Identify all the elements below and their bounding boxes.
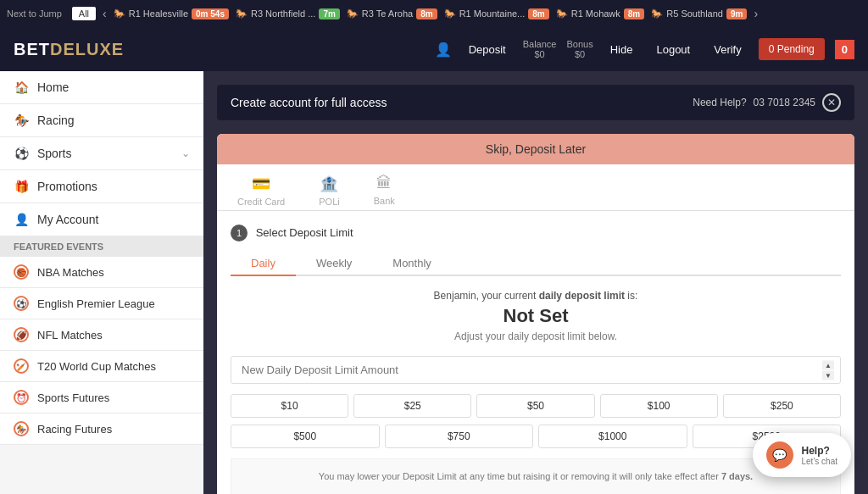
sports-icon: ⚽ [14,146,29,161]
content-area: Create account for full access Need Help… [203,71,868,494]
help-label: Help? [802,445,838,457]
race-item[interactable]: 🐎 R1 Mountaine... 8m [444,8,549,19]
username: Benjamin [434,290,476,302]
quick-amounts-row1: $10 $25 $50 $100 $250 [231,394,841,418]
bank-label: Bank [374,196,395,206]
featured-item-label: T20 World Cup Matches [37,360,156,373]
sports-futures-icon: ⏰ [14,390,29,405]
sidebar-item-racing[interactable]: 🏇 Racing [0,104,203,137]
next-to-jump-label: Next to Jump [7,8,62,19]
need-help-label: Need Help? [693,97,746,108]
amount-25-button[interactable]: $25 [353,394,471,418]
sidebar-item-racing-futures[interactable]: 🏇 Racing Futures [0,414,203,445]
limit-value: Not Set [231,305,841,327]
amount-10-button[interactable]: $10 [231,394,348,418]
help-icon: 💬 [766,441,793,469]
balance-label: Balance $0 [523,39,557,59]
logo: BETDELUXE [14,40,421,59]
amount-stepper: ▲ ▼ [822,360,834,380]
adjust-text: Adjust your daily deposit limit below. [231,330,841,342]
sidebar-item-epl[interactable]: ⚽ English Premier League [0,288,203,319]
help-phone: 03 7018 2345 [754,97,815,108]
race-item[interactable]: 🐎 R1 Mohawk 8m [556,8,645,19]
banner-help: Need Help? 03 7018 2345 ✕ [693,93,841,112]
hide-button[interactable]: Hide [604,40,640,59]
chevron-down-icon: ⌄ [181,147,190,159]
sidebar: 🏠 Home 🏇 Racing ⚽ Sports ⌄ 🎁 Promotions … [0,71,203,494]
races-next-arrow[interactable]: › [754,7,758,20]
race-item[interactable]: 🐎 R3 Northfield ... 7m [236,8,340,19]
help-text-container: Help? Let's chat [802,445,838,466]
banner-text: Create account for full access [231,96,387,109]
help-sub-label: Let's chat [802,457,838,466]
sidebar-item-sports[interactable]: ⚽ Sports ⌄ [0,137,203,170]
pending-button[interactable]: 0 Pending [759,38,825,60]
all-races-button[interactable]: All [72,7,96,20]
t20-icon: 🏏 [14,358,29,374]
deposit-limit-input[interactable] [231,356,841,384]
sidebar-item-sports-futures[interactable]: ⏰ Sports Futures [0,382,203,414]
main-layout: 🏠 Home 🏇 Racing ⚽ Sports ⌄ 🎁 Promotions … [0,71,868,494]
sidebar-item-account[interactable]: 👤 My Account [0,203,203,236]
skip-button[interactable]: Skip, Deposit Later [217,134,854,164]
home-icon: 🏠 [14,80,29,95]
limit-info: Benjamin, your current daily deposit lim… [231,290,841,342]
sidebar-item-label: Sports [37,147,173,160]
racing-futures-icon: 🏇 [14,421,29,436]
featured-events-header: Featured Events [0,236,203,257]
help-bubble[interactable]: 💬 Help? Let's chat [753,433,852,477]
header: BETDELUXE 👤 Deposit Balance $0 Bonus $0 … [0,27,868,71]
sidebar-item-nfl[interactable]: 🏈 NFL Matches [0,319,203,351]
amount-500-button[interactable]: $500 [231,425,380,448]
sidebar-item-label: Home [37,80,190,94]
nba-icon: 🏀 [14,264,29,280]
sidebar-item-home[interactable]: 🏠 Home [0,71,203,104]
bonus-label: Bonus $0 [566,39,593,59]
race-item[interactable]: 🐎 R5 Southland 9m [651,8,747,19]
tab-weekly[interactable]: Weekly [296,252,372,276]
account-icon: 👤 [14,212,29,227]
section1-title: 1 Select Deposit Limit [231,225,841,241]
racing-bar: Next to Jump All ‹ 🐎 R1 Healesville 0m 5… [0,0,868,27]
sidebar-item-promotions[interactable]: 🎁 Promotions [0,170,203,203]
sidebar-item-nba[interactable]: 🏀 NBA Matches [0,257,203,288]
tab-monthly[interactable]: Monthly [372,252,452,276]
race-item[interactable]: 🐎 R1 Healesville 0m 54s [114,8,229,19]
balance-display: Balance $0 [523,39,557,59]
section1-title-text: Select Deposit Limit [256,226,353,239]
races-prev-arrow[interactable]: ‹ [103,7,107,20]
tab-credit-card[interactable]: 💳 Credit Card [231,171,292,210]
bank-icon: 🏛 [376,175,392,192]
amount-50-button[interactable]: $50 [476,394,594,418]
sidebar-item-t20[interactable]: 🏏 T20 World Cup Matches [0,351,203,382]
tab-daily[interactable]: Daily [231,252,296,276]
race-item[interactable]: 🐎 R3 Te Aroha 8m [347,8,437,19]
stepper-down-button[interactable]: ▼ [822,370,834,380]
verify-button[interactable]: Verify [707,40,748,59]
amount-1000-button[interactable]: $1000 [538,425,687,448]
amount-250-button[interactable]: $250 [723,394,841,418]
epl-icon: ⚽ [14,296,29,311]
section1-number: 1 [231,225,248,241]
amount-750-button[interactable]: $750 [385,425,534,448]
tab-bank[interactable]: 🏛 Bank [367,171,402,210]
sidebar-item-label: Promotions [37,180,190,193]
sidebar-item-label: Racing [37,114,190,127]
bonus-display: Bonus $0 [566,39,593,59]
user-icon[interactable]: 👤 [435,42,452,58]
pending-count: 0 [835,40,854,59]
racing-icon: 🏇 [14,113,29,128]
logout-button[interactable]: Logout [649,40,697,59]
stepper-up-button[interactable]: ▲ [822,360,834,369]
featured-item-label: Racing Futures [37,423,112,436]
amount-100-button[interactable]: $100 [600,394,718,418]
deposit-button[interactable]: Deposit [462,40,513,59]
limit-user-text: Benjamin, your current daily deposit lim… [231,290,841,302]
tab-poli[interactable]: 🏦 POLi [312,171,346,210]
sidebar-item-label: My Account [37,213,190,226]
create-account-banner: Create account for full access Need Help… [217,85,854,120]
banner-close-button[interactable]: ✕ [822,93,841,112]
featured-item-label: Sports Futures [37,391,109,404]
nfl-icon: 🏈 [14,327,29,342]
amount-input-container: ▲ ▼ [231,356,841,384]
